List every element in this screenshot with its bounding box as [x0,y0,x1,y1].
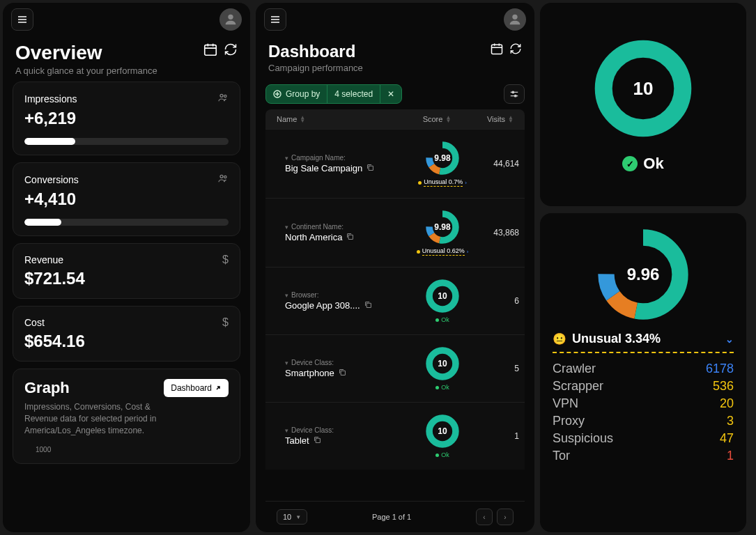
breakdown-row: Tor 1 [553,447,734,465]
status-ok: ✓ Ok [622,155,663,173]
impressions-card[interactable]: Impressions +6,219 [13,82,240,155]
chevron-down-icon[interactable]: ▾ [285,359,288,366]
refresh-icon[interactable] [224,42,238,59]
visits-value: 1 [477,431,519,441]
svg-point-10 [220,175,223,178]
chevron-down-icon[interactable]: ▾ [285,224,288,231]
breakdown-value: 536 [713,379,734,394]
overview-panel: Overview A quick glance at your performa… [3,3,250,532]
visits-value: 6 [477,296,519,306]
score-unusual-panel: 9.96 😐 Unusual 3.34% ⌄ Crawler 6178 Scra… [540,213,746,532]
menu-button[interactable] [264,8,286,31]
row-name-text: Big Sale Campaign [285,163,362,173]
axis-tick: 1000 [24,446,229,453]
impressions-value: +6,219 [24,109,229,128]
graph-card: Graph Impressions, Conversions, Cost & R… [13,369,240,464]
cost-card[interactable]: Cost $ $654.16 [13,306,240,362]
table-body: ▾Campaign Name: Big Sale Campaign 9.98 U… [265,129,525,501]
th-name[interactable]: Name▲▼ [277,115,402,123]
breakdown-value: 6178 [706,362,734,376]
page-title: Dashboard [268,42,363,61]
cost-label: Cost [24,317,45,328]
th-visits[interactable]: Visits▲▼ [472,115,514,123]
th-score[interactable]: Score▲▼ [402,115,472,123]
cost-value: $654.16 [24,332,229,351]
table-row[interactable]: ▾Browser: Google App 308.... 10 Ok 6 [265,267,525,334]
breakdown-name: Suspicious [553,431,613,446]
table-row[interactable]: ▾Campaign Name: Big Sale Campaign 9.98 U… [265,129,525,198]
conversions-card[interactable]: Conversions +4,410 [13,162,240,236]
page-title: Overview [15,42,157,64]
conversions-progress [24,219,229,226]
check-icon: ✓ [622,156,638,171]
svg-point-9 [224,95,226,97]
visits-value: 5 [477,364,519,373]
table-row[interactable]: ▾Device Class: Tablet 10 Ok 1 [265,402,525,470]
unusual-toggle[interactable]: 😐 Unusual 3.34% ⌄ [553,332,734,353]
score-donut: 10 [591,36,695,141]
copy-icon[interactable] [364,300,372,311]
svg-rect-27 [369,166,373,170]
copy-icon[interactable] [339,368,346,378]
groupby-label: Group by [286,89,320,99]
svg-point-26 [514,95,516,97]
prev-page-button[interactable]: ‹ [476,509,493,525]
svg-rect-37 [341,371,345,375]
score-value: 10 [591,36,695,141]
breakdown-name: Scrapper [553,379,603,394]
graph-desc: Impressions, Conversions, Cost & Revenue… [24,401,164,436]
table-row[interactable]: ▾Continent Name: North America 9.98 Unus… [265,198,525,267]
table-row[interactable]: ▾Device Class: Smartphone 10 Ok 5 [265,334,525,402]
breakdown-value: 3 [727,414,734,428]
page-size-select[interactable]: 10 ▼ [277,509,307,525]
topbar [256,3,534,33]
copy-icon[interactable] [346,232,354,242]
impressions-label: Impressions [24,93,77,104]
sort-icon: ▲▼ [508,116,514,123]
filter-button[interactable] [504,84,525,104]
groupby-clear[interactable]: ✕ [380,85,401,103]
users-icon [217,173,229,187]
chevron-down-icon[interactable]: ▾ [285,427,288,434]
menu-button[interactable] [11,8,33,31]
overview-cards: Impressions +6,219 Conversions +4,410 Re… [3,82,250,464]
breakdown-value: 20 [720,396,734,411]
next-page-button[interactable]: › [497,509,514,525]
calendar-icon[interactable] [490,42,504,59]
calendar-icon[interactable] [203,42,218,60]
score-ok-panel: 10 ✓ Ok [540,3,746,206]
chevron-down-icon[interactable]: ▾ [285,155,288,162]
score-donut: 10 [425,279,460,313]
revenue-label: Revenue [24,254,63,265]
status-label: Ok [643,155,663,173]
impressions-progress [24,138,229,145]
breakdown-value: 1 [727,449,734,463]
breakdown-name: VPN [553,396,578,411]
revenue-card[interactable]: Revenue $ $721.54 [13,243,240,299]
chevron-down-icon[interactable]: ▾ [285,292,288,299]
dashboard-button[interactable]: Dashboard [164,379,229,397]
svg-rect-16 [492,45,502,54]
svg-point-8 [220,94,223,97]
dollar-icon: $ [222,316,229,329]
unusual-label: Unusual 3.34% [572,332,661,346]
copy-icon[interactable] [367,163,374,173]
score-donut: 10 [425,414,460,449]
revenue-value: $721.54 [24,269,229,288]
groupby-pill[interactable]: Group by 4 selected ✕ [265,84,402,104]
breakdown-row: VPN 20 [553,395,734,412]
page-subtitle: A quick glance at your performance [15,65,157,76]
avatar[interactable] [504,8,526,31]
breakdown-value: 47 [720,431,734,446]
face-icon: 😐 [553,332,566,346]
breakdown-row: Scrapper 536 [553,378,734,395]
table-header: Name▲▼ Score▲▼ Visits▲▼ [265,109,525,129]
refresh-icon[interactable] [509,42,522,58]
dollar-icon: $ [222,254,229,266]
svg-point-3 [228,15,233,20]
copy-icon[interactable] [314,435,321,446]
controls-row: Group by 4 selected ✕ [256,79,534,109]
svg-rect-39 [316,438,320,442]
avatar[interactable] [219,8,242,31]
topbar [3,3,250,33]
